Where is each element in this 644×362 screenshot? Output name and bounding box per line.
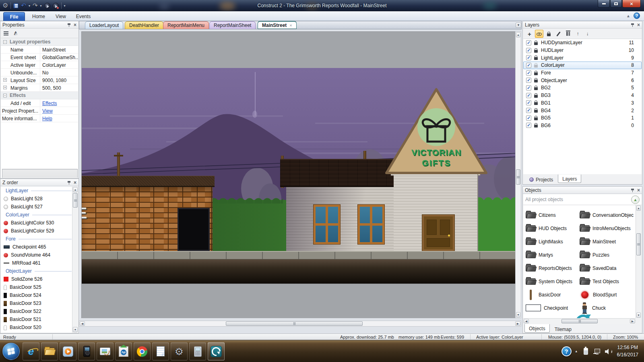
scroll-down-icon[interactable]: ▼: [636, 313, 641, 318]
help-tray-icon[interactable]: ?: [561, 346, 572, 356]
scroll-left-icon[interactable]: ◀: [80, 321, 85, 326]
effects-link[interactable]: Effects: [42, 101, 57, 106]
scroll-up-icon[interactable]: ▲: [516, 32, 520, 37]
categorized-icon[interactable]: [2, 30, 10, 37]
layer-row-selected[interactable]: ✓ColorLayer8: [523, 62, 642, 69]
layer-row[interactable]: ✓BG34: [523, 92, 642, 99]
construct2-taskbar-icon[interactable]: [208, 342, 225, 360]
save-icon[interactable]: [13, 3, 19, 8]
taskbar-clock[interactable]: 12:56 PM 6/16/2017: [617, 344, 638, 358]
layer-row[interactable]: ✓BG13: [523, 99, 642, 107]
construct-gear-icon[interactable]: ⚙: [2, 2, 8, 10]
zorder-item[interactable]: Checkpoint 465: [1, 243, 78, 251]
folder-item[interactable]: ConversationObjects: [580, 208, 634, 222]
network-icon[interactable]: [593, 349, 600, 354]
undo-icon[interactable]: ↶: [21, 2, 26, 9]
redo-dropdown-icon[interactable]: ▾: [40, 4, 42, 8]
layer-row[interactable]: ✓HUDLayer10: [523, 47, 642, 54]
add-layer-icon[interactable]: +: [525, 30, 534, 38]
redo-icon[interactable]: ↷: [33, 2, 38, 9]
scroll-right-icon[interactable]: ▶: [630, 319, 635, 323]
collapse-ribbon-icon[interactable]: ▲: [626, 14, 630, 18]
sort-az-icon[interactable]: AZ↓: [12, 30, 20, 37]
scroll-down-icon[interactable]: ▼: [73, 327, 78, 332]
layer-row[interactable]: ✓ObjectLayer6: [523, 76, 642, 84]
folder-item[interactable]: IntroMenuObjects: [580, 222, 634, 235]
zorder-item[interactable]: BasicLight 527: [1, 203, 78, 211]
tab-loaderlayout[interactable]: LoaderLayout: [85, 21, 123, 29]
menu-tab-view[interactable]: View: [52, 12, 70, 21]
scrollbar-thumb[interactable]: [516, 169, 520, 185]
layer-checkbox[interactable]: ✓: [526, 55, 531, 60]
object-item[interactable]: BloodSpurt: [580, 288, 634, 301]
zorder-item[interactable]: BasicDoor 524: [1, 291, 78, 299]
photo-viewer-icon[interactable]: [97, 342, 114, 360]
zorder-item[interactable]: BasicLightColor 530: [1, 219, 78, 227]
calculator-icon[interactable]: [189, 342, 206, 360]
layer-checkbox[interactable]: ✓: [526, 100, 531, 105]
scroll-left-icon[interactable]: ◀: [524, 319, 529, 323]
toggle-visibility-icon[interactable]: [535, 30, 543, 38]
property-row[interactable]: Add / editEffects: [1, 99, 78, 107]
zorder-item[interactable]: BasicLightColor 529: [1, 227, 78, 235]
tab-projects[interactable]: Projects: [525, 175, 557, 183]
folder-item[interactable]: MainStreet: [580, 235, 634, 248]
delete-layer-icon[interactable]: [564, 30, 572, 38]
zorder-item[interactable]: BasicDoor 525: [1, 283, 78, 291]
pin-icon[interactable]: [67, 181, 71, 185]
chrome-icon[interactable]: [134, 342, 151, 360]
layer-checkbox[interactable]: ✓: [526, 48, 531, 53]
tab-close-icon[interactable]: ×: [289, 23, 292, 28]
tab-tilemap[interactable]: Tilemap: [551, 325, 576, 333]
property-row[interactable]: Unbounde...No: [1, 69, 78, 76]
help-icon[interactable]: ?: [634, 12, 640, 19]
object-item[interactable]: Chuck: [580, 301, 634, 315]
close-icon[interactable]: ×: [637, 23, 640, 27]
folder-item[interactable]: LightMasks: [526, 235, 580, 248]
scroll-up-icon[interactable]: ▲: [636, 206, 641, 211]
tab-overflow-dropdown-icon[interactable]: ▼: [516, 23, 521, 28]
folder-item[interactable]: Citizens: [526, 208, 580, 222]
close-icon[interactable]: ×: [637, 188, 640, 193]
zorder-item[interactable]: MRRoad 461: [1, 259, 78, 267]
scrollbar-thumb[interactable]: [73, 193, 78, 208]
property-row[interactable]: +Margins500, 500: [1, 84, 78, 92]
start-button[interactable]: [2, 343, 20, 360]
canvas-horizontal-scrollbar[interactable]: ◀ ▶: [79, 321, 521, 327]
zorder-item[interactable]: BasicLight 528: [1, 195, 78, 203]
layer-row[interactable]: ✓HUDDynamicLayer11: [523, 39, 642, 47]
play-icon[interactable]: [44, 3, 50, 9]
layer-checkbox[interactable]: ✓: [526, 78, 531, 83]
minimize-button[interactable]: [598, 0, 610, 8]
property-row[interactable]: NameMainStreet: [1, 46, 78, 53]
rename-layer-icon[interactable]: [554, 30, 563, 38]
scrollbar-thumb[interactable]: [636, 233, 641, 255]
scrollbar-thumb[interactable]: [226, 321, 363, 326]
layer-checkbox[interactable]: ✓: [526, 123, 531, 128]
folder-item[interactable]: Martys: [526, 248, 580, 261]
zorder-item[interactable]: SoundVolume 464: [1, 251, 78, 259]
layer-row[interactable]: ✓BG60: [523, 122, 642, 130]
volume-icon[interactable]: [605, 349, 612, 354]
toolbar-dropdown-icon[interactable]: ▾: [64, 4, 66, 8]
layer-row[interactable]: ✓BG42: [523, 107, 642, 114]
maximize-button[interactable]: [610, 0, 622, 8]
close-button[interactable]: ×: [622, 0, 641, 8]
property-row[interactable]: More informati...Help: [1, 115, 78, 122]
view-link[interactable]: View: [42, 108, 53, 114]
tab-reportmainsheet[interactable]: ReportMainSheet: [209, 21, 256, 29]
objects-vertical-scrollbar[interactable]: ▲ ▼: [636, 205, 642, 318]
layout-canvas[interactable]: E VICTORIAN VICTORIAN GIFTS GIFTS: [81, 31, 515, 318]
zorder-item[interactable]: BasicDoor 521: [1, 315, 78, 323]
layer-checkbox[interactable]: ✓: [526, 63, 531, 68]
hp-store-icon[interactable]: hp: [115, 342, 132, 360]
layer-checkbox[interactable]: ✓: [526, 85, 531, 90]
layer-checkbox[interactable]: ✓: [526, 115, 531, 121]
pin-icon[interactable]: [631, 23, 634, 27]
zorder-scrollbar[interactable]: ▲ ▼: [72, 187, 78, 333]
scroll-right-icon[interactable]: ▶: [515, 321, 520, 326]
media-player-icon[interactable]: [60, 342, 76, 360]
layer-checkbox[interactable]: ✓: [526, 70, 531, 76]
tab-objects[interactable]: Objects: [524, 324, 550, 333]
show-hidden-icons[interactable]: ▲: [575, 350, 578, 353]
